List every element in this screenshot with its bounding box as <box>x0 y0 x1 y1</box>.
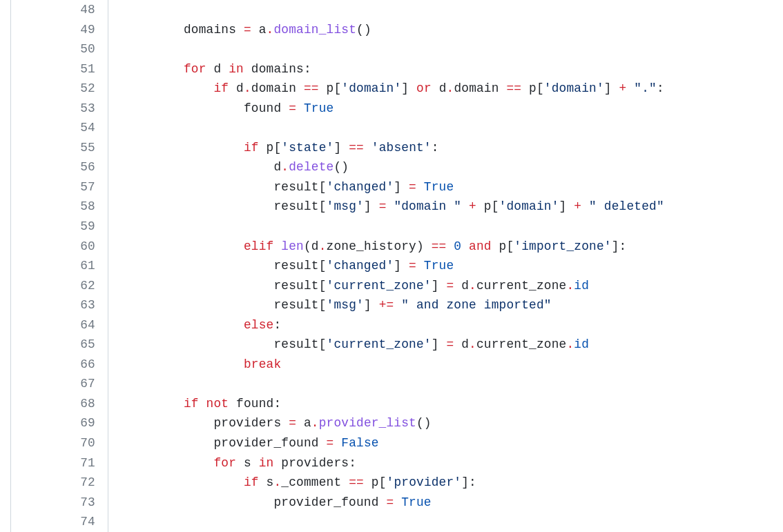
code-line[interactable]: elif len(d.zone_history) == 0 and p['imp… <box>124 237 783 257</box>
code-token <box>364 141 371 155</box>
code-token: domain <box>251 81 304 95</box>
code-token: . <box>566 337 574 351</box>
code-token: == <box>349 475 364 489</box>
code-line[interactable]: providers = a.provider_list() <box>124 413 783 433</box>
code-line[interactable]: result['changed'] = True <box>124 256 783 276</box>
code-line[interactable]: for s in providers: <box>124 453 783 473</box>
code-token: + <box>574 199 581 213</box>
line-number: 73 <box>11 493 95 513</box>
code-token: ] <box>334 141 349 155</box>
code-line[interactable]: else: <box>124 315 783 335</box>
code-token <box>334 436 341 450</box>
code-token: . <box>244 81 251 95</box>
code-line[interactable] <box>124 0 783 20</box>
code-content[interactable]: domains = a.domain_list() for d in domai… <box>108 0 783 532</box>
code-token <box>461 199 469 213</box>
code-token: result[ <box>124 279 327 293</box>
code-token: p[ <box>476 199 499 213</box>
code-token: = <box>386 495 394 509</box>
code-line[interactable]: result['msg'] = "domain " + p['domain'] … <box>124 197 783 217</box>
code-token <box>296 101 304 115</box>
code-token: ]: <box>461 475 476 489</box>
code-line[interactable]: provider_found = False <box>124 433 783 453</box>
code-token <box>199 397 206 411</box>
code-line[interactable] <box>124 512 783 532</box>
code-token: ] <box>604 81 619 95</box>
code-line[interactable]: result['msg'] += " and zone imported" <box>124 295 783 315</box>
code-file-view: 4849505152535455565758596061626364656667… <box>10 0 783 532</box>
code-token: . <box>319 239 327 253</box>
code-token: 'msg' <box>327 298 364 312</box>
code-token: and <box>469 239 492 253</box>
code-token: True <box>424 180 454 194</box>
code-token: True <box>401 495 431 509</box>
code-line[interactable]: if d.domain == p['domain'] or d.domain =… <box>124 79 783 99</box>
code-line[interactable]: break <box>124 355 783 375</box>
code-token: if <box>213 81 229 95</box>
line-number: 66 <box>11 355 95 375</box>
code-line[interactable]: result['changed'] = True <box>124 177 783 197</box>
code-line[interactable] <box>124 118 783 138</box>
code-token <box>124 357 244 371</box>
code-token: elif <box>244 239 273 253</box>
code-line[interactable]: domains = a.domain_list() <box>124 20 783 40</box>
code-line[interactable]: if s._comment == p['provider']: <box>124 473 783 493</box>
code-line[interactable]: if p['state'] == 'absent': <box>124 138 783 158</box>
code-token: s <box>236 456 259 470</box>
code-line[interactable]: found = True <box>124 99 783 119</box>
code-token: 'current_zone' <box>327 337 432 351</box>
code-token: ] <box>364 298 379 312</box>
code-token: 0 <box>454 239 461 253</box>
code-token: result[ <box>124 199 327 213</box>
code-token: current_zone <box>476 279 566 293</box>
code-token: "." <box>634 81 657 95</box>
code-line[interactable] <box>124 39 783 59</box>
code-token: result[ <box>124 259 327 273</box>
code-token: ]: <box>612 239 627 253</box>
code-line[interactable]: result['current_zone'] = d.current_zone.… <box>124 335 783 355</box>
code-token: . <box>447 81 454 95</box>
code-token: True <box>424 259 454 273</box>
code-token: p[ <box>492 239 514 253</box>
code-line[interactable]: result['current_zone'] = d.current_zone.… <box>124 276 783 296</box>
code-token: d <box>454 337 469 351</box>
code-token: p[ <box>259 141 282 155</box>
code-line[interactable]: for d in domains: <box>124 59 783 79</box>
code-token: 'provider' <box>387 475 462 489</box>
code-token: () <box>356 23 371 37</box>
code-token <box>124 456 213 470</box>
code-token: for <box>184 62 206 76</box>
code-token: = <box>289 101 296 115</box>
code-line[interactable]: if not found: <box>124 394 783 414</box>
code-token: 'changed' <box>327 180 394 194</box>
line-number: 56 <box>11 157 95 177</box>
code-token: = <box>409 180 416 194</box>
code-line[interactable]: d.delete() <box>124 157 783 177</box>
code-token: ] <box>394 259 409 273</box>
code-line[interactable] <box>124 217 783 237</box>
code-token: d <box>432 81 447 95</box>
code-token: ] <box>394 180 409 194</box>
code-token: . <box>566 279 574 293</box>
code-token: + <box>469 199 476 213</box>
code-token: 'import_zone' <box>514 239 611 253</box>
code-line[interactable] <box>124 374 783 394</box>
code-token: = <box>379 199 387 213</box>
code-token: if <box>244 141 259 155</box>
code-token <box>124 397 184 411</box>
line-number: 58 <box>11 197 95 217</box>
code-token: . <box>311 416 319 430</box>
line-number: 74 <box>11 512 95 532</box>
code-token: result[ <box>124 337 327 351</box>
line-number: 60 <box>11 237 95 257</box>
line-number: 63 <box>11 295 95 315</box>
code-token: ] <box>432 337 447 351</box>
code-line[interactable]: provider_found = True <box>124 493 783 513</box>
code-token <box>124 121 244 135</box>
line-number: 55 <box>11 138 95 158</box>
code-token <box>626 81 634 95</box>
code-token: break <box>244 357 281 371</box>
code-token: == <box>432 239 447 253</box>
line-number: 69 <box>11 413 95 433</box>
code-token <box>394 298 401 312</box>
